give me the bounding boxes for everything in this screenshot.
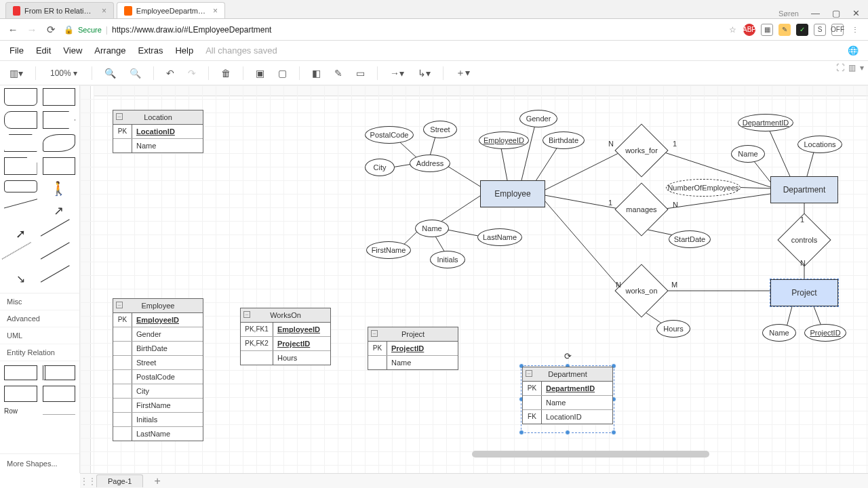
stroke-icon[interactable]: ✎ [330, 65, 347, 81]
ext-icon[interactable]: OFF [831, 24, 844, 36]
shape-thumb[interactable] [4, 157, 37, 175]
section-uml[interactable]: UML [0, 327, 79, 344]
attr-address[interactable]: Address [410, 155, 450, 172]
zoom-select[interactable]: 100% ▾ [44, 66, 83, 80]
ext-icon[interactable]: ✎ [778, 24, 791, 36]
attr-employeeid[interactable]: EmployeeID [479, 131, 529, 149]
sidebar-toggle-icon[interactable]: ▥▾ [5, 65, 27, 81]
to-front-icon[interactable]: ▣ [252, 65, 269, 81]
undo-icon[interactable]: ↶ [162, 65, 178, 81]
section-misc[interactable]: Misc [0, 293, 79, 310]
table-location[interactable]: –Location PKLocationID Name [113, 110, 203, 153]
language-icon[interactable]: 🌐 [848, 45, 859, 56]
arrow-icon[interactable]: ➚ [4, 226, 37, 244]
close-icon[interactable]: × [102, 6, 106, 16]
ext-icon[interactable]: ✓ [796, 24, 808, 36]
attr-locations[interactable]: Locations [797, 136, 842, 153]
forward-icon[interactable]: → [26, 24, 38, 35]
redo-icon[interactable]: ↷ [184, 65, 200, 81]
shadow-icon[interactable]: ▭ [352, 65, 369, 81]
rotate-handle-icon[interactable]: ⟳ [564, 351, 572, 361]
entity-project[interactable]: Project [770, 279, 838, 306]
shape-thumb[interactable] [4, 111, 37, 129]
attr-projectid[interactable]: ProjectID [804, 324, 846, 342]
rel-works-for[interactable]: works_for [623, 131, 660, 169]
fill-icon[interactable]: ◧ [308, 65, 325, 81]
attr-startdate[interactable]: StartDate [669, 230, 711, 248]
delete-icon[interactable]: 🗑 [217, 65, 235, 81]
fullscreen-icon[interactable]: ⛶ [836, 63, 844, 73]
table-shape-thumb[interactable] [43, 386, 76, 402]
shape-thumb[interactable]: ↘ [4, 272, 37, 290]
horizontal-scrollbar[interactable] [174, 450, 852, 458]
zoom-out-icon[interactable]: 🔍 [125, 65, 145, 81]
shape-thumb[interactable] [43, 414, 76, 415]
shape-thumb[interactable] [43, 157, 76, 175]
collapse-icon[interactable]: ▾ [860, 63, 864, 73]
attr-gender[interactable]: Gender [519, 110, 557, 127]
rel-manages[interactable]: manages [623, 190, 660, 228]
shape-thumb[interactable] [4, 199, 37, 226]
maximize-icon[interactable]: ▢ [832, 8, 840, 18]
shape-thumb[interactable] [2, 243, 39, 274]
canvas[interactable]: –Location PKLocationID Name –Employee PK… [80, 85, 868, 473]
entity-employee[interactable]: Employee [480, 180, 545, 207]
connection-icon[interactable]: →▾ [386, 65, 408, 81]
attr-postalcode[interactable]: PostalCode [365, 126, 414, 144]
shape-thumb[interactable] [43, 88, 76, 106]
attr-lastname[interactable]: LastName [477, 228, 522, 246]
add-page-button[interactable]: + [147, 475, 167, 487]
shape-thumb[interactable] [43, 134, 76, 152]
menu-file[interactable]: File [9, 45, 24, 56]
table-workson[interactable]: –WorksOn PK,FK1EmployeeID PK,FK2ProjectI… [240, 308, 331, 365]
reload-icon[interactable]: ⟳ [45, 24, 57, 36]
shape-thumb[interactable] [40, 243, 77, 274]
section-advanced[interactable]: Advanced [0, 310, 79, 327]
zoom-in-icon[interactable]: 🔍 [100, 65, 120, 81]
shape-thumb[interactable] [40, 220, 77, 251]
table-shape-thumb[interactable] [4, 365, 37, 380]
page-menu-icon[interactable]: ⋮⋮ [80, 476, 92, 486]
table-shape-thumb[interactable] [4, 386, 37, 402]
more-shapes-button[interactable]: More Shapes... [0, 453, 79, 473]
attr-project-name[interactable]: Name [762, 324, 796, 342]
close-window-icon[interactable]: ✕ [852, 8, 860, 18]
section-entity-relation[interactable]: Entity Relation [0, 344, 79, 361]
table-shape-thumb[interactable] [43, 365, 76, 380]
menu-view[interactable]: View [63, 45, 82, 56]
rel-controls[interactable]: controls [785, 221, 823, 259]
waypoint-icon[interactable]: ↳▾ [414, 65, 435, 81]
attr-initials[interactable]: Initials [430, 251, 465, 268]
back-icon[interactable]: ← [7, 24, 19, 35]
insert-icon[interactable]: ＋▾ [452, 64, 474, 82]
shape-thumb[interactable] [4, 134, 37, 152]
attr-street[interactable]: Street [423, 121, 457, 138]
rel-works-on[interactable]: works_on [623, 272, 660, 310]
attr-birthdate[interactable]: Birthdate [542, 131, 585, 149]
close-icon[interactable]: × [213, 6, 218, 16]
attr-city[interactable]: City [365, 159, 395, 176]
menu-arrange[interactable]: Arrange [94, 45, 125, 56]
ext-icon[interactable]: S [814, 24, 826, 36]
menu-help[interactable]: Help [175, 45, 193, 56]
entity-department[interactable]: Department [770, 176, 838, 203]
table-department[interactable]: –Department PKDepartmentID Name FKLocati… [522, 367, 613, 424]
row-label[interactable]: Row [4, 407, 37, 425]
abp-icon[interactable]: ABP [743, 24, 755, 36]
table-employee[interactable]: –Employee PKEmployeeID Gender BirthDate … [113, 298, 203, 441]
menu-extras[interactable]: Extras [138, 45, 163, 56]
shape-thumb[interactable] [4, 180, 37, 192]
attr-numemployees[interactable]: NumberOfEmployees [666, 179, 741, 197]
star-icon[interactable]: ☆ [729, 25, 736, 35]
minimize-icon[interactable]: — [811, 8, 820, 18]
table-project[interactable]: –Project PKProjectID Name [368, 327, 458, 370]
shape-thumb[interactable] [43, 111, 76, 129]
menu-edit[interactable]: Edit [36, 45, 51, 56]
browser-tab-0[interactable]: From ER to Relational M… × [5, 2, 114, 18]
menu-icon[interactable]: ⋮ [849, 24, 861, 36]
url-field[interactable]: 🔒 Secure | https://www.draw.io/#LEmploye… [64, 25, 722, 35]
shape-thumb[interactable] [4, 88, 37, 106]
arrow-icon[interactable]: ↗ [43, 203, 76, 221]
ext-icon[interactable]: ▦ [761, 24, 773, 36]
attr-name[interactable]: Name [415, 220, 449, 237]
